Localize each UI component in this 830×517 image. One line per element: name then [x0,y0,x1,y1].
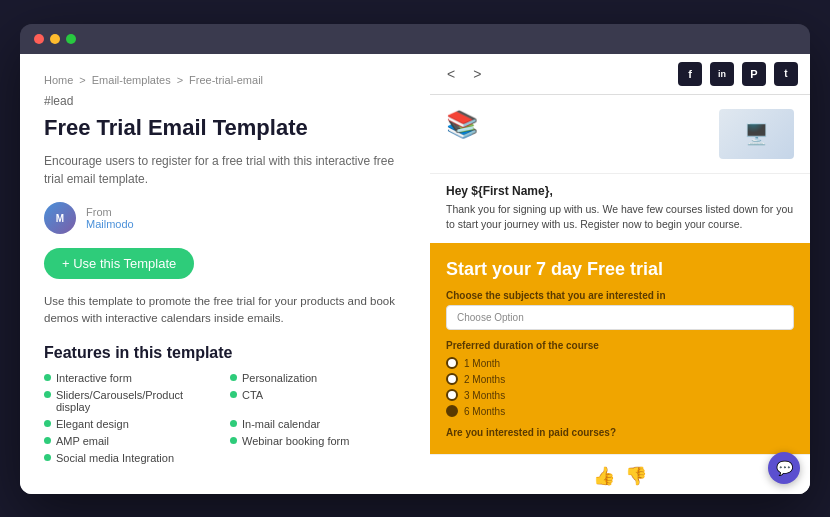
paid-question: Are you interested in paid courses? [446,427,794,438]
subject-select[interactable]: Choose Option [446,305,794,330]
author-link[interactable]: Mailmodo [86,218,134,230]
author-row: M From Mailmodo [44,202,406,234]
right-panel: < > f in P t 📚 🖥️ Hey [430,54,810,494]
dot-yellow[interactable] [50,34,60,44]
list-item: Social media Integration [44,452,220,464]
email-footer-actions: 👍 👎 [430,454,810,494]
facebook-icon[interactable]: f [678,62,702,86]
nav-arrows: < > [442,64,486,84]
orange-title: Start your 7 day Free trial [446,259,794,280]
radio-options: 1 Month 2 Months 3 Months 6 Months [446,357,794,417]
list-item: Sliders/Carousels/Product display [44,389,220,413]
browser-titlebar [20,24,810,54]
breadcrumb: Home > Email-templates > Free-trial-emai… [44,74,406,86]
email-greeting: Hey ${First Name}, Thank you for signing… [430,174,810,244]
page-title: Free Trial Email Template [44,114,406,143]
list-item: Personalization [230,372,406,384]
list-item: CTA [230,389,406,413]
feature-dot [230,420,237,427]
radio-circle-1month [446,357,458,369]
author-info: From Mailmodo [86,206,134,230]
list-item: Elegant design [44,418,220,430]
radio-circle-3months [446,389,458,401]
radio-1month[interactable]: 1 Month [446,357,794,369]
radio-6months[interactable]: 6 Months [446,405,794,417]
promo-text: Use this template to promote the free tr… [44,293,406,328]
right-top-bar: < > f in P t [430,54,810,95]
email-orange-section: Start your 7 day Free trial Choose the s… [430,243,810,454]
list-item: AMP email [44,435,220,447]
email-header: 📚 🖥️ [430,95,810,174]
breadcrumb-current: Free-trial-email [189,74,263,86]
email-preview: 📚 🖥️ Hey ${First Name}, Thank you for si… [430,95,810,494]
duration-label: Preferred duration of the course [446,340,794,351]
feature-dot [230,391,237,398]
feature-dot [44,374,51,381]
template-description: Encourage users to register for a free t… [44,152,406,188]
list-item: Interactive form [44,372,220,384]
dot-red[interactable] [34,34,44,44]
feature-dot [44,454,51,461]
email-header-illustration: 🖥️ [719,109,794,159]
breadcrumb-email-templates[interactable]: Email-templates [92,74,171,86]
features-title: Features in this template [44,344,406,362]
greeting-text: Hey ${First Name}, [446,184,794,198]
radio-2months[interactable]: 2 Months [446,373,794,385]
dot-green[interactable] [66,34,76,44]
feature-dot [230,437,237,444]
list-item: Webinar booking form [230,435,406,447]
pinterest-icon[interactable]: P [742,62,766,86]
use-template-button[interactable]: Use this Template [44,248,194,279]
thumbs-up-button[interactable]: 👍 [593,465,615,487]
feature-dot [230,374,237,381]
feature-dot [44,437,51,444]
features-grid: Interactive form Personalization Sliders… [44,372,406,464]
subject-label: Choose the subjects that you are interes… [446,290,794,301]
avatar: M [44,202,76,234]
breadcrumb-sep1: > [79,74,85,86]
browser-window: Home > Email-templates > Free-trial-emai… [20,24,810,494]
thumbs-down-button[interactable]: 👎 [625,465,647,487]
twitter-icon[interactable]: t [774,62,798,86]
email-logo-icon: 📚 [446,109,478,140]
next-button[interactable]: > [468,64,486,84]
tag-label: #lead [44,94,406,108]
linkedin-icon[interactable]: in [710,62,734,86]
radio-circle-6months [446,405,458,417]
prev-button[interactable]: < [442,64,460,84]
radio-3months[interactable]: 3 Months [446,389,794,401]
email-body-text: Thank you for signing up with us. We hav… [446,202,794,234]
list-item: In-mail calendar [230,418,406,430]
feature-dot [44,391,51,398]
breadcrumb-home[interactable]: Home [44,74,73,86]
feature-dot [44,420,51,427]
chat-bubble-button[interactable]: 💬 [768,452,800,484]
breadcrumb-sep2: > [177,74,183,86]
left-panel: Home > Email-templates > Free-trial-emai… [20,54,430,494]
browser-content: Home > Email-templates > Free-trial-emai… [20,54,810,494]
radio-circle-2months [446,373,458,385]
social-icons: f in P t [678,62,798,86]
author-label: From [86,206,134,218]
